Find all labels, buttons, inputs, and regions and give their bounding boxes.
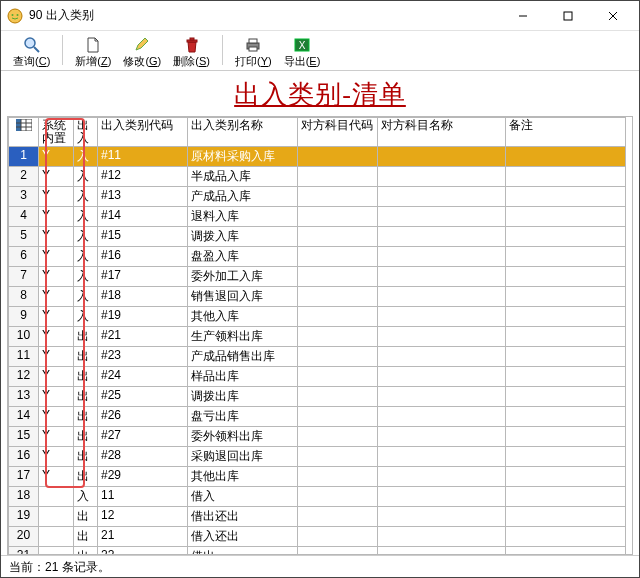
cell[interactable] bbox=[506, 387, 626, 407]
header-rownum[interactable] bbox=[9, 118, 39, 147]
add-button[interactable]: 新增(Z) bbox=[71, 33, 115, 69]
data-grid[interactable]: 系统内置 出入 出入类别代码 出入类别名称 对方科目代码 对方科目名称 备注 1… bbox=[8, 117, 626, 555]
cell[interactable]: 借出还出 bbox=[188, 507, 298, 527]
cell[interactable]: 入 bbox=[74, 267, 98, 287]
cell[interactable] bbox=[506, 467, 626, 487]
cell[interactable]: 入 bbox=[74, 207, 98, 227]
cell[interactable]: #14 bbox=[98, 207, 188, 227]
cell[interactable]: #17 bbox=[98, 267, 188, 287]
cell[interactable]: Y bbox=[39, 247, 74, 267]
cell[interactable]: 12 bbox=[98, 507, 188, 527]
cell[interactable]: 8 bbox=[9, 287, 39, 307]
cell[interactable] bbox=[378, 187, 506, 207]
cell[interactable]: 借入还出 bbox=[188, 527, 298, 547]
cell[interactable] bbox=[378, 387, 506, 407]
cell[interactable] bbox=[506, 447, 626, 467]
cell[interactable]: Y bbox=[39, 287, 74, 307]
cell[interactable]: 21 bbox=[98, 527, 188, 547]
print-button[interactable]: 打印(Y) bbox=[231, 33, 276, 69]
cell[interactable] bbox=[378, 407, 506, 427]
table-row[interactable]: 19出12借出还出 bbox=[9, 507, 626, 527]
cell[interactable]: #26 bbox=[98, 407, 188, 427]
header-name[interactable]: 出入类别名称 bbox=[188, 118, 298, 147]
cell[interactable]: 入 bbox=[74, 227, 98, 247]
cell[interactable] bbox=[378, 287, 506, 307]
cell[interactable] bbox=[298, 307, 378, 327]
cell[interactable] bbox=[378, 147, 506, 167]
cell[interactable]: #12 bbox=[98, 167, 188, 187]
cell[interactable] bbox=[298, 327, 378, 347]
cell[interactable]: 19 bbox=[9, 507, 39, 527]
cell[interactable] bbox=[298, 447, 378, 467]
table-row[interactable]: 12Y出#24样品出库 bbox=[9, 367, 626, 387]
table-row[interactable]: 2Y入#12半成品入库 bbox=[9, 167, 626, 187]
export-button[interactable]: X 导出(E) bbox=[280, 33, 325, 69]
cell[interactable] bbox=[506, 427, 626, 447]
cell[interactable] bbox=[506, 487, 626, 507]
table-row[interactable]: 20出21借入还出 bbox=[9, 527, 626, 547]
cell[interactable] bbox=[378, 327, 506, 347]
cell[interactable] bbox=[506, 547, 626, 556]
cell[interactable] bbox=[39, 507, 74, 527]
cell[interactable]: 产成品入库 bbox=[188, 187, 298, 207]
cell[interactable]: 2 bbox=[9, 167, 39, 187]
cell[interactable] bbox=[298, 407, 378, 427]
query-button[interactable]: 查询(C) bbox=[9, 33, 54, 69]
cell[interactable]: 样品出库 bbox=[188, 367, 298, 387]
cell[interactable]: #16 bbox=[98, 247, 188, 267]
edit-button[interactable]: 修改(G) bbox=[119, 33, 165, 69]
cell[interactable]: Y bbox=[39, 207, 74, 227]
cell[interactable] bbox=[506, 507, 626, 527]
cell[interactable]: #19 bbox=[98, 307, 188, 327]
cell[interactable]: 1 bbox=[9, 147, 39, 167]
cell[interactable]: 18 bbox=[9, 487, 39, 507]
cell[interactable] bbox=[378, 247, 506, 267]
cell[interactable]: 销售退回入库 bbox=[188, 287, 298, 307]
table-row[interactable]: 14Y出#26盘亏出库 bbox=[9, 407, 626, 427]
cell[interactable] bbox=[378, 207, 506, 227]
cell[interactable]: 13 bbox=[9, 387, 39, 407]
cell[interactable]: #18 bbox=[98, 287, 188, 307]
cell[interactable]: 9 bbox=[9, 307, 39, 327]
cell[interactable] bbox=[298, 227, 378, 247]
cell[interactable]: Y bbox=[39, 227, 74, 247]
cell[interactable] bbox=[506, 287, 626, 307]
cell[interactable] bbox=[378, 527, 506, 547]
cell[interactable] bbox=[506, 347, 626, 367]
table-row[interactable]: 5Y入#15调拨入库 bbox=[9, 227, 626, 247]
cell[interactable]: 14 bbox=[9, 407, 39, 427]
cell[interactable] bbox=[298, 507, 378, 527]
cell[interactable] bbox=[378, 467, 506, 487]
table-row[interactable]: 7Y入#17委外加工入库 bbox=[9, 267, 626, 287]
cell[interactable]: Y bbox=[39, 407, 74, 427]
cell[interactable]: 4 bbox=[9, 207, 39, 227]
delete-button[interactable]: 删除(S) bbox=[169, 33, 214, 69]
cell[interactable]: 退料入库 bbox=[188, 207, 298, 227]
cell[interactable]: Y bbox=[39, 427, 74, 447]
table-row[interactable]: 11Y出#23产成品销售出库 bbox=[9, 347, 626, 367]
cell[interactable]: Y bbox=[39, 327, 74, 347]
cell[interactable]: #23 bbox=[98, 347, 188, 367]
cell[interactable]: Y bbox=[39, 447, 74, 467]
cell[interactable]: Y bbox=[39, 387, 74, 407]
cell[interactable] bbox=[298, 547, 378, 556]
cell[interactable]: #28 bbox=[98, 447, 188, 467]
cell[interactable]: 出 bbox=[74, 427, 98, 447]
cell[interactable]: 11 bbox=[9, 347, 39, 367]
cell[interactable] bbox=[39, 527, 74, 547]
header-io[interactable]: 出入 bbox=[74, 118, 98, 147]
cell[interactable]: 入 bbox=[74, 487, 98, 507]
cell[interactable] bbox=[378, 487, 506, 507]
cell[interactable] bbox=[378, 547, 506, 556]
cell[interactable]: 入 bbox=[74, 307, 98, 327]
cell[interactable]: 调拨入库 bbox=[188, 227, 298, 247]
cell[interactable]: 出 bbox=[74, 327, 98, 347]
minimize-button[interactable] bbox=[500, 2, 545, 30]
cell[interactable]: #29 bbox=[98, 467, 188, 487]
table-row[interactable]: 18入11借入 bbox=[9, 487, 626, 507]
cell[interactable]: 11 bbox=[98, 487, 188, 507]
cell[interactable]: 16 bbox=[9, 447, 39, 467]
cell[interactable] bbox=[378, 227, 506, 247]
cell[interactable] bbox=[298, 167, 378, 187]
cell[interactable]: 出 bbox=[74, 447, 98, 467]
